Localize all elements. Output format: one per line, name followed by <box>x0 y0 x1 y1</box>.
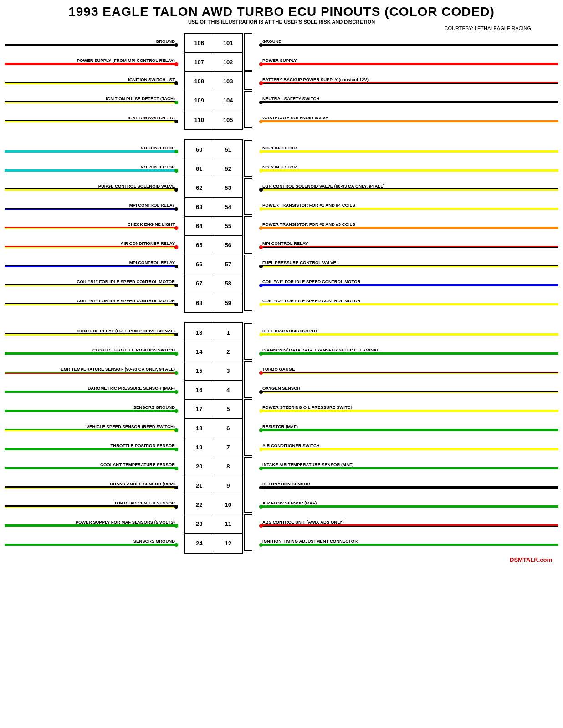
right-wire-entry: GROUND <box>260 33 558 52</box>
pin-left: 16 <box>185 381 214 399</box>
wire-dot <box>259 265 263 268</box>
left-wire-entry: TOP DEAD CENTER SENSOR <box>5 494 178 514</box>
center-col: 131142153164175186197208219221023112412 <box>178 322 260 554</box>
pin-row: 2412 <box>185 534 242 553</box>
right-wire-entry: WASTEGATE SOLENOID VALVE <box>260 109 558 128</box>
connector-box: 605161526253635464556556665767586859 <box>184 139 243 313</box>
pin-left: 17 <box>185 400 214 418</box>
left-wire-entry: BAROMETRIC PRESSURE SENSOR (MAF) <box>5 380 178 399</box>
bracket-wrap <box>243 322 253 552</box>
right-wires-col: GROUNDPOWER SUPPLYBATTERY BACKUP POWER S… <box>260 33 558 128</box>
left-wire-entry: NO. 3 INJECTOR <box>5 139 178 158</box>
center-col: 106101107102108103109104110105 <box>178 33 260 130</box>
footer-text: DSMTALK.com <box>510 556 552 563</box>
pin-right: 59 <box>214 293 243 312</box>
pin-row: 6657 <box>185 255 242 274</box>
courtesy: COURTESY: LETHALEAGLE RACING <box>5 25 558 31</box>
left-wire-entry: AIR CONDITIONER RELAY <box>5 235 178 254</box>
wire-dot <box>259 543 263 547</box>
pin-row: 6758 <box>185 274 242 293</box>
left-wire-entry: SENSORS GROUND <box>5 399 178 418</box>
pin-left: 22 <box>185 495 214 514</box>
wire-dot <box>259 448 263 451</box>
left-wire-entry: IGNITION PULSE DETECT (TACH) <box>5 90 178 109</box>
wire-dot <box>259 486 263 489</box>
pin-row: 6253 <box>185 178 242 198</box>
pin-row: 110105 <box>185 110 242 129</box>
pin-left: 67 <box>185 274 214 293</box>
connector-box: 131142153164175186197208219221023112412 <box>184 322 243 554</box>
pin-row: 6152 <box>185 159 242 178</box>
pin-row: 131 <box>185 323 242 342</box>
pin-right: 9 <box>214 476 243 495</box>
pin-right: 8 <box>214 457 243 476</box>
right-wire-entry: TURBO GAUGE <box>260 361 558 380</box>
right-wire-entry: AIR CONDITIONER SWITCH <box>260 437 558 456</box>
section-section2: NO. 3 INJECTORNO. 4 INJECTORPURGE CONTRO… <box>5 139 558 313</box>
pin-right: 102 <box>214 53 243 71</box>
right-wire-entry: AIR FLOW SENSOR (MAF) <box>260 494 558 514</box>
right-wire-entry: DETONATION SENSOR <box>260 475 558 494</box>
pin-row: 6859 <box>185 293 242 312</box>
left-wire-entry: GROUND <box>5 33 178 52</box>
left-wire-entry: CONTROL RELAY (FUEL PUMP DRIVE SIGNAL) <box>5 322 178 341</box>
pin-left: 65 <box>185 236 214 255</box>
pin-right: 5 <box>214 400 243 418</box>
left-wire-entry: IGNITION SWITCH - ST <box>5 71 178 90</box>
pin-left: 19 <box>185 438 214 457</box>
pin-row: 164 <box>185 381 242 400</box>
pin-right: 11 <box>214 514 243 533</box>
right-wire-entry: POWER TRANSISTOR FOR #2 AND #3 COILS <box>260 216 558 235</box>
pin-left: 66 <box>185 255 214 274</box>
wire-dot <box>259 333 263 336</box>
wire-dot <box>259 81 263 85</box>
left-wire-entry: PURGE CONTROL SOLENOID VALVE <box>5 178 178 197</box>
right-wire-entry: POWER SUPPLY <box>260 52 558 71</box>
right-wire-entry: IGNITION TIMING ADJUSTMENT CONNECTOR <box>260 533 558 552</box>
footer: DSMTALK.com <box>5 554 558 564</box>
pin-row: 153 <box>185 361 242 381</box>
wire-dot <box>259 188 263 192</box>
left-wire-entry: THROTTLE POSITION SENSOR <box>5 437 178 456</box>
left-wire-entry: EGR TEMPERATURE SENSOR (90-93 CA ONLY, 9… <box>5 361 178 380</box>
pin-row: 6051 <box>185 140 242 159</box>
left-wire-entry: IGNITION SWITCH - 1G <box>5 109 178 128</box>
pin-right: 7 <box>214 438 243 457</box>
pin-row: 142 <box>185 342 242 361</box>
pin-right: 2 <box>214 342 243 361</box>
right-wire-entry: ABS CONTROL UNIT (AWD, ABS ONLY) <box>260 514 558 533</box>
pin-right: 10 <box>214 495 243 514</box>
right-wires-col: NO. 1 INJECTORNO. 2 INJECTOREGR CONTROL … <box>260 139 558 311</box>
right-wire-entry: POWER TRANSISTOR FOR #1 AND #4 COILS <box>260 197 558 216</box>
pin-row: 186 <box>185 419 242 438</box>
pin-row: 2210 <box>185 495 242 514</box>
wire-dot <box>259 303 263 306</box>
pin-left: 13 <box>185 323 214 342</box>
pin-right: 51 <box>214 140 243 159</box>
pin-row: 2311 <box>185 514 242 534</box>
left-wire-entry: NO. 4 INJECTOR <box>5 158 178 178</box>
left-wire-entry: CRANK ANGLE SENSOR (RPM) <box>5 475 178 494</box>
right-wire-entry: NEUTRAL SAFETY SWITCH <box>260 90 558 109</box>
pin-right: 55 <box>214 217 243 235</box>
pin-left: 14 <box>185 342 214 361</box>
left-wire-entry: COIL "B1" FOR IDLE SPEED CONTROL MOTOR <box>5 292 178 311</box>
left-wire-entry: SENSORS GROUND <box>5 533 178 552</box>
right-wire-entry: OXYGEN SENSOR <box>260 380 558 399</box>
pin-left: 61 <box>185 159 214 178</box>
pin-row: 219 <box>185 476 242 495</box>
wire-dot <box>259 467 263 470</box>
wire-dot <box>259 284 263 287</box>
pin-right: 101 <box>214 34 243 52</box>
wire-dot <box>259 120 263 123</box>
pin-left: 23 <box>185 514 214 533</box>
pin-right: 58 <box>214 274 243 293</box>
pin-right: 53 <box>214 178 243 197</box>
pin-row: 108103 <box>185 72 242 91</box>
pin-left: 63 <box>185 198 214 216</box>
right-wire-entry: BATTERY BACKUP POWER SUPPLY (constant 12… <box>260 71 558 90</box>
pin-right: 57 <box>214 255 243 274</box>
pin-left: 68 <box>185 293 214 312</box>
right-wire-entry: SELF DIAGNOSIS OUTPUT <box>260 322 558 341</box>
wire-dot <box>259 524 263 528</box>
